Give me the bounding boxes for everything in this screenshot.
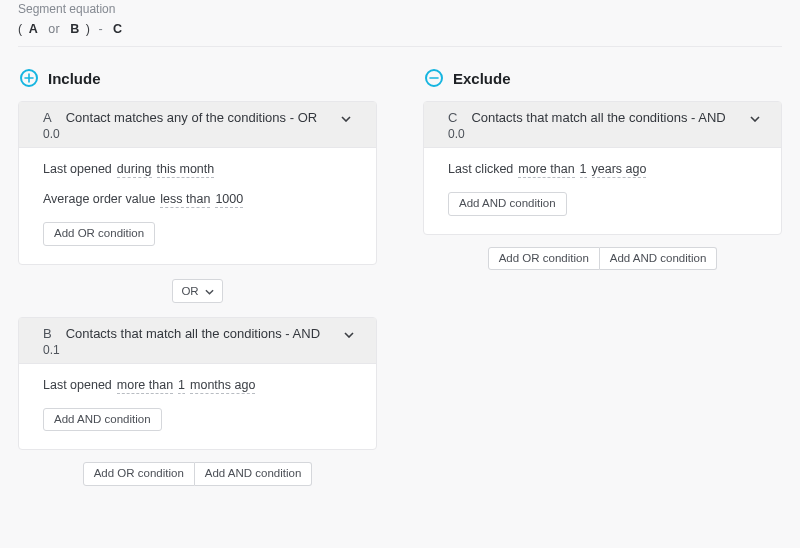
group-title: Contact matches any of the conditions - … (66, 110, 317, 125)
group-header[interactable]: C Contacts that match all the conditions… (424, 102, 781, 148)
chevron-down-icon[interactable] (344, 326, 354, 341)
add-or-condition-button[interactable]: Add OR condition (43, 222, 155, 246)
group-header[interactable]: B Contacts that match all the conditions… (19, 318, 376, 364)
group-title: Contacts that match all the conditions -… (66, 326, 320, 341)
plus-circle-icon (20, 69, 38, 87)
chevron-down-icon[interactable] (341, 110, 351, 125)
group-letter: B (43, 326, 52, 341)
group-subtitle: 0.1 (43, 343, 362, 357)
condition-row[interactable]: Last clicked more than 1 years ago (448, 162, 757, 178)
condition-row[interactable]: Average order value less than 1000 (43, 192, 352, 208)
group-subtitle: 0.0 (43, 127, 362, 141)
segment-equation: ( A or B ) - C (18, 22, 782, 47)
chevron-down-icon (205, 285, 214, 297)
group-title: Contacts that match all the conditions -… (471, 110, 725, 125)
add-and-condition-button[interactable]: Add AND condition (43, 408, 162, 432)
include-group-a: A Contact matches any of the conditions … (18, 101, 377, 265)
include-column: Include A Contact matches any of the con… (18, 69, 377, 486)
add-or-group-button[interactable]: Add OR condition (488, 247, 600, 271)
add-or-group-button[interactable]: Add OR condition (83, 462, 195, 486)
add-and-condition-button[interactable]: Add AND condition (448, 192, 567, 216)
include-footer-buttons: Add OR condition Add AND condition (18, 462, 377, 486)
minus-circle-icon (425, 69, 443, 87)
group-letter: C (448, 110, 457, 125)
group-letter: A (43, 110, 52, 125)
exclude-column: Exclude C Contacts that match all the co… (423, 69, 782, 486)
chevron-down-icon[interactable] (750, 110, 760, 125)
condition-row[interactable]: Last opened during this month (43, 162, 352, 178)
exclude-title: Exclude (453, 70, 511, 87)
include-group-b: B Contacts that match all the conditions… (18, 317, 377, 451)
segment-equation-label: Segment equation (18, 2, 782, 22)
exclude-footer-buttons: Add OR condition Add AND condition (423, 247, 782, 271)
segment-builder: Segment equation ( A or B ) - C Include … (0, 0, 800, 486)
group-connector-select[interactable]: OR (172, 279, 222, 303)
exclude-group-c: C Contacts that match all the conditions… (423, 101, 782, 235)
group-header[interactable]: A Contact matches any of the conditions … (19, 102, 376, 148)
add-and-group-button[interactable]: Add AND condition (600, 247, 718, 271)
add-and-group-button[interactable]: Add AND condition (195, 462, 313, 486)
condition-row[interactable]: Last opened more than 1 months ago (43, 378, 352, 394)
include-title: Include (48, 70, 101, 87)
group-subtitle: 0.0 (448, 127, 767, 141)
